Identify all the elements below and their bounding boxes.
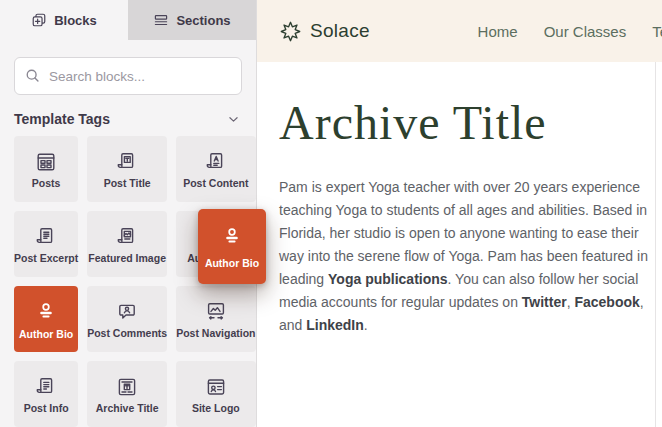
post-content-icon xyxy=(204,150,228,174)
sidebar-tabs: Blocks Sections xyxy=(0,0,256,40)
block-tile-label: Featured Image xyxy=(88,252,166,264)
tab-sections[interactable]: Sections xyxy=(128,0,256,40)
block-tile-post-content[interactable]: Post Content xyxy=(176,136,255,202)
block-tile-post-comments[interactable]: Post Comments xyxy=(87,286,167,352)
site-header: Solace HomeOur ClassesTe xyxy=(257,0,662,62)
body-link-facebook[interactable]: Facebook xyxy=(574,294,639,310)
author-bio-text[interactable]: Pam is expert Yoga teacher with over 20 … xyxy=(279,176,651,337)
block-tile-label: Archive Title xyxy=(96,402,159,414)
post-title-icon xyxy=(115,150,139,174)
nav-link-our-classes[interactable]: Our Classes xyxy=(544,23,627,40)
author-bio-icon xyxy=(219,224,245,250)
block-tile-post-excerpt[interactable]: Post Excerpt xyxy=(14,211,78,277)
block-tile-label: Author Bio xyxy=(19,328,73,340)
body-text-segment: . xyxy=(364,317,368,333)
search-wrap xyxy=(14,57,242,95)
block-tile-label: Post Navigation xyxy=(176,327,255,339)
tab-blocks[interactable]: Blocks xyxy=(0,0,128,40)
block-tile-post-info[interactable]: Post Info xyxy=(14,361,78,427)
drag-ghost-label: Author Bio xyxy=(205,257,259,269)
nav-link-home[interactable]: Home xyxy=(478,23,518,40)
body-link-twitter[interactable]: Twitter xyxy=(522,294,567,310)
author-bio-icon xyxy=(33,299,59,325)
post-comments-icon xyxy=(115,300,139,324)
block-tile-label: Post Excerpt xyxy=(14,252,78,264)
block-tile-featured-image[interactable]: Featured Image xyxy=(87,211,167,277)
tab-sections-label: Sections xyxy=(176,13,230,28)
search-blocks-input[interactable] xyxy=(14,57,242,95)
site-logo-text: Solace xyxy=(310,20,370,42)
template-tags-title: Template Tags xyxy=(14,111,110,127)
block-tile-post-navigation[interactable]: Post Navigation xyxy=(176,286,255,352)
site-logo-icon xyxy=(204,375,228,399)
body-link-linkedin[interactable]: LinkedIn xyxy=(306,317,364,333)
post-navigation-icon xyxy=(204,300,228,324)
block-tile-archive-title[interactable]: Archive Title xyxy=(87,361,167,427)
post-excerpt-icon xyxy=(34,225,58,249)
block-tile-label: Post Info xyxy=(24,402,69,414)
block-tile-post-title[interactable]: Post Title xyxy=(87,136,167,202)
chevron-down-icon[interactable] xyxy=(227,113,240,126)
preview-canvas: Archive Title Pam is expert Yoga teacher… xyxy=(257,62,656,427)
page-builder-app: Blocks Sections Template Tags PostsPost … xyxy=(0,0,662,427)
site-logo[interactable]: Solace xyxy=(279,20,370,43)
archive-title-heading[interactable]: Archive Title xyxy=(279,95,655,150)
archive-title-icon xyxy=(115,375,139,399)
block-tile-label: Post Title xyxy=(104,177,151,189)
blocks-icon xyxy=(31,12,47,28)
nav-link-te[interactable]: Te xyxy=(652,23,662,40)
site-nav: HomeOur ClassesTe xyxy=(478,23,662,40)
block-tile-author-bio[interactable]: Author Bio xyxy=(14,286,78,352)
block-tile-label: Posts xyxy=(32,177,61,189)
block-tile-posts[interactable]: Posts xyxy=(14,136,78,202)
posts-icon xyxy=(34,150,58,174)
block-tile-label: Post Comments xyxy=(87,327,167,339)
search-icon xyxy=(24,67,41,84)
block-tile-site-logo[interactable]: Site Logo xyxy=(176,361,255,427)
lotus-star-icon xyxy=(279,20,302,43)
sections-icon xyxy=(153,12,169,28)
drag-ghost-author-bio[interactable]: Author Bio xyxy=(198,209,266,284)
body-link-yoga-publications[interactable]: Yoga publications xyxy=(328,271,448,287)
featured-image-icon xyxy=(115,225,139,249)
block-tile-label: Post Content xyxy=(183,177,248,189)
live-preview: Solace HomeOur ClassesTe Archive Title P… xyxy=(257,0,662,427)
block-tile-label: Site Logo xyxy=(192,402,240,414)
tab-blocks-label: Blocks xyxy=(54,13,97,28)
post-info-icon xyxy=(34,375,58,399)
template-tags-header: Template Tags xyxy=(14,111,240,127)
